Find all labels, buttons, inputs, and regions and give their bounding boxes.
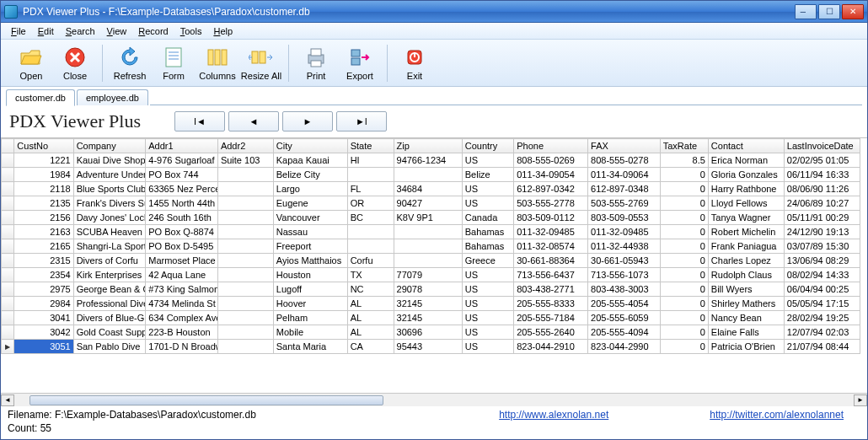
table-row[interactable]: 2354Kirk Enterprises42 Aqua LaneHoustonT…	[2, 268, 860, 282]
cell-addr2[interactable]	[217, 254, 273, 268]
cell-city[interactable]: Vancouver	[273, 211, 347, 225]
column-header-fax[interactable]: FAX	[588, 139, 661, 153]
cell-zip[interactable]: K8V 9P1	[394, 211, 462, 225]
menu-edit[interactable]: Edit	[33, 24, 59, 38]
table-row[interactable]: 3041Divers of Blue-Gr634 Complex AvePelh…	[2, 311, 860, 325]
cell-contact[interactable]: Nancy Bean	[708, 311, 784, 325]
toolbar-columns-button[interactable]: Columns	[196, 42, 239, 84]
cell-country[interactable]: US	[462, 182, 513, 196]
cell-zip[interactable]: 34684	[394, 182, 462, 196]
cell-phone[interactable]: 823-044-2910	[514, 340, 588, 354]
cell-addr2[interactable]	[217, 325, 273, 340]
cell-fax[interactable]: 808-555-0278	[588, 153, 661, 168]
cell-state[interactable]: OR	[347, 196, 394, 211]
cell-custno[interactable]: 2975	[14, 282, 73, 297]
toolbar-open-button[interactable]: Open	[9, 42, 53, 84]
cell-company[interactable]: Blue Sports Club	[73, 182, 146, 196]
cell-addr2[interactable]	[217, 182, 273, 196]
cell-state[interactable]: HI	[347, 153, 394, 168]
cell-lastinvoicedate[interactable]: 24/12/90 19:13	[784, 225, 860, 239]
menu-record[interactable]: Record	[133, 24, 173, 38]
cell-addr1[interactable]: Marmoset Place	[146, 254, 218, 268]
twitter-link[interactable]: http://twitter.com/alexnolannet	[710, 409, 844, 421]
column-header-city[interactable]: City	[273, 139, 347, 153]
cell-fax[interactable]: 011-32-09485	[588, 225, 661, 239]
cell-country[interactable]: US	[462, 340, 513, 354]
menu-file[interactable]: File	[6, 24, 31, 38]
cell-addr2[interactable]	[217, 297, 273, 311]
row-handle[interactable]	[2, 340, 14, 354]
cell-country[interactable]: US	[462, 297, 513, 311]
cell-addr2[interactable]	[217, 282, 273, 297]
cell-zip[interactable]: 32145	[394, 311, 462, 325]
table-row[interactable]: 1221Kauai Dive Shoppe4-976 SugarloafSuit…	[2, 153, 860, 168]
cell-addr1[interactable]: 63365 Nez Perce	[146, 182, 218, 196]
cell-fax[interactable]: 205-555-6059	[588, 311, 661, 325]
column-header-contact[interactable]: Contact	[708, 139, 784, 153]
cell-country[interactable]: US	[462, 282, 513, 297]
tab-customer-db[interactable]: customer.db	[6, 89, 75, 106]
cell-zip[interactable]	[394, 254, 462, 268]
cell-zip[interactable]: 29078	[394, 282, 462, 297]
table-row[interactable]: 3042Gold Coast Supply223-B HoustonMobile…	[2, 325, 860, 340]
cell-phone[interactable]: 205-555-2640	[514, 325, 588, 340]
horizontal-scrollbar[interactable]: ◄ ►	[1, 393, 867, 406]
column-header-taxrate[interactable]: TaxRate	[660, 139, 708, 153]
cell-state[interactable]: AL	[347, 311, 394, 325]
cell-fax[interactable]: 011-32-44938	[588, 239, 661, 254]
cell-custno[interactable]: 2354	[14, 268, 73, 282]
table-row[interactable]: 2163SCUBA HeavenPO Box Q-8874NassauBaham…	[2, 225, 860, 239]
cell-contact[interactable]: Lloyd Fellows	[708, 196, 784, 211]
table-row[interactable]: 2135Frank's Divers Supply1455 North 44th…	[2, 196, 860, 211]
cell-phone[interactable]: 503-555-2778	[514, 196, 588, 211]
cell-addr1[interactable]: 1701-D N Broadway	[146, 340, 218, 354]
cell-country[interactable]: Greece	[462, 254, 513, 268]
cell-city[interactable]: Santa Maria	[273, 340, 347, 354]
cell-addr2[interactable]	[217, 196, 273, 211]
cell-zip[interactable]: 95443	[394, 340, 462, 354]
table-row[interactable]: 2975George Bean & Co.#73 King SalmonLugo…	[2, 282, 860, 297]
cell-lastinvoicedate[interactable]: 12/07/94 02:03	[784, 325, 860, 340]
cell-addr2[interactable]	[217, 211, 273, 225]
homepage-link[interactable]: http://www.alexnolan.net	[499, 409, 608, 421]
cell-taxrate[interactable]: 0	[660, 311, 708, 325]
cell-addr2[interactable]: Suite 103	[217, 153, 273, 168]
cell-zip[interactable]: 94766-1234	[394, 153, 462, 168]
nav-next-button[interactable]: ►	[282, 111, 333, 131]
menu-help[interactable]: Help	[208, 24, 238, 38]
cell-addr2[interactable]	[217, 225, 273, 239]
cell-lastinvoicedate[interactable]: 08/06/90 11:26	[784, 182, 860, 196]
row-handle[interactable]	[2, 239, 14, 254]
cell-custno[interactable]: 2135	[14, 196, 73, 211]
cell-country[interactable]: Bahamas	[462, 225, 513, 239]
cell-taxrate[interactable]: 0	[660, 254, 708, 268]
cell-state[interactable]	[347, 225, 394, 239]
cell-state[interactable]: TX	[347, 268, 394, 282]
cell-taxrate[interactable]: 0	[660, 340, 708, 354]
cell-phone[interactable]: 713-556-6437	[514, 268, 588, 282]
cell-phone[interactable]: 205-555-7184	[514, 311, 588, 325]
cell-zip[interactable]	[394, 168, 462, 182]
row-handle[interactable]	[2, 168, 14, 182]
cell-custno[interactable]: 2315	[14, 254, 73, 268]
cell-addr1[interactable]: 4-976 Sugarloaf	[146, 153, 218, 168]
scrollbar-thumb[interactable]	[29, 395, 383, 405]
cell-city[interactable]: Nassau	[273, 225, 347, 239]
cell-zip[interactable]	[394, 239, 462, 254]
row-handle[interactable]	[2, 225, 14, 239]
row-handle[interactable]	[2, 196, 14, 211]
cell-addr1[interactable]: 634 Complex Ave	[146, 311, 218, 325]
cell-phone[interactable]: 803-438-2771	[514, 282, 588, 297]
cell-company[interactable]: Professional Divers	[73, 297, 146, 311]
cell-phone[interactable]: 205-555-8333	[514, 297, 588, 311]
cell-phone[interactable]: 011-32-09485	[514, 225, 588, 239]
cell-company[interactable]: Divers of Blue-Gr	[73, 311, 146, 325]
cell-fax[interactable]: 612-897-0348	[588, 182, 661, 196]
cell-taxrate[interactable]: 0	[660, 282, 708, 297]
cell-addr1[interactable]: 246 South 16th	[146, 211, 218, 225]
cell-taxrate[interactable]: 0	[660, 182, 708, 196]
cell-addr1[interactable]: 1455 North 44th	[146, 196, 218, 211]
column-header-state[interactable]: State	[347, 139, 394, 153]
cell-lastinvoicedate[interactable]: 02/02/95 01:05	[784, 153, 860, 168]
cell-fax[interactable]: 803-509-0553	[588, 211, 661, 225]
